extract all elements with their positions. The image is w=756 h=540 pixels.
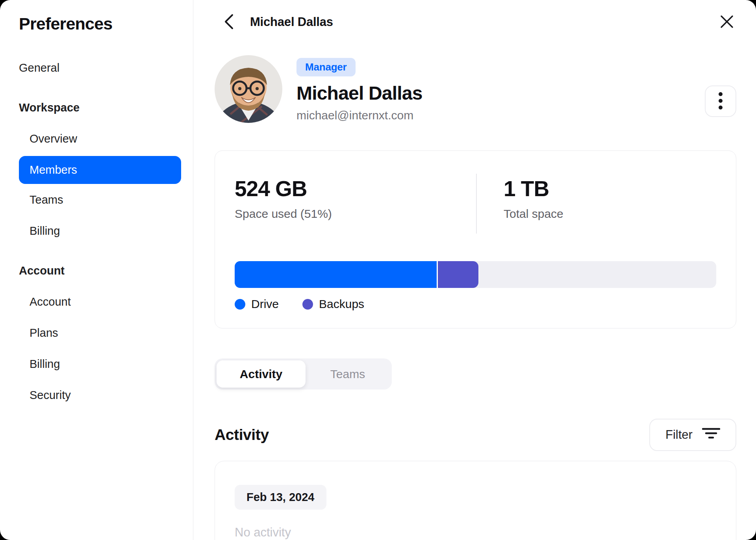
storage-card: 524 GB Space used (51%) 1 TB Total space… [215,150,736,328]
kebab-icon [718,92,723,111]
sidebar-item-plans[interactable]: Plans [19,326,181,340]
panel-title: Michael Dallas [250,15,333,29]
total-space-stat: 1 TB Total space [477,176,563,234]
sidebar: Preferences General Workspace Overview M… [0,0,193,540]
back-button[interactable] [219,13,238,32]
more-options-button[interactable] [705,85,736,117]
no-activity-label: No activity [235,525,716,540]
sidebar-section-account: Account [19,264,181,277]
total-space-label: Total space [504,207,563,221]
storage-usage-bar [235,261,716,288]
chevron-left-icon [224,13,234,31]
preferences-window: Preferences General Workspace Overview M… [0,0,756,540]
activity-date-chip: Feb 13, 2024 [235,485,326,510]
filter-button[interactable]: Filter [649,419,736,451]
backups-dot [302,299,313,310]
sidebar-nav: General Workspace Overview Members Teams… [19,61,181,419]
space-used-value: 524 GB [235,176,476,201]
activity-card: Feb 13, 2024 No activity [215,461,736,540]
sidebar-item-account[interactable]: Account [19,295,181,308]
storage-legend: Drive Backups [235,297,716,311]
filter-icon [702,427,720,442]
sidebar-item-general[interactable]: General [19,61,181,74]
total-space-value: 1 TB [504,176,563,201]
space-used-label: Space used (51%) [235,207,476,221]
legend-drive: Drive [235,297,279,311]
preferences-title: Preferences [19,14,181,33]
sidebar-item-overview[interactable]: Overview [19,132,181,145]
activity-header: Activity Filter [215,419,736,451]
sidebar-item-security[interactable]: Security [19,388,181,402]
avatar [215,55,282,123]
drive-bar-segment [235,261,438,288]
member-info: Manager Michael Dallas michael@internxt.… [296,55,422,122]
sidebar-item-teams[interactable]: Teams [19,193,181,206]
member-detail-panel: Michael Dallas [193,0,756,540]
sidebar-item-members[interactable]: Members [19,156,181,184]
tab-teams[interactable]: Teams [306,360,390,388]
tab-activity[interactable]: Activity [217,360,306,388]
drive-label: Drive [251,297,279,311]
drive-dot [235,299,245,310]
backups-bar-segment [438,261,478,288]
sidebar-item-billing-workspace[interactable]: Billing [19,224,181,238]
panel-header: Michael Dallas [215,2,736,42]
close-button[interactable] [717,13,736,32]
storage-stats: 524 GB Space used (51%) 1 TB Total space [235,176,716,234]
role-badge: Manager [296,58,356,76]
filter-button-label: Filter [665,428,693,442]
member-profile: Manager Michael Dallas michael@internxt.… [215,55,736,123]
sidebar-section-workspace: Workspace [19,101,181,114]
detail-tabs: Activity Teams [215,358,392,390]
close-icon [720,15,734,30]
legend-backups: Backups [302,297,364,311]
backups-label: Backups [319,297,364,311]
sidebar-item-billing-account[interactable]: Billing [19,357,181,371]
activity-heading: Activity [215,426,269,444]
member-email: michael@internxt.com [296,109,422,122]
space-used-stat: 524 GB Space used (51%) [235,176,476,234]
member-name: Michael Dallas [296,82,422,104]
